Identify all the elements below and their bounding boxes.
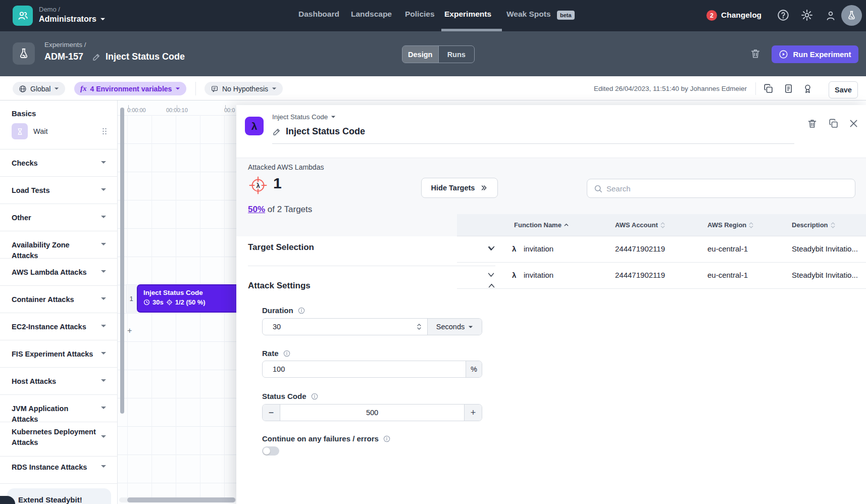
- clock-icon: [143, 299, 150, 306]
- workspace-name[interactable]: Administrators: [39, 15, 106, 24]
- flask-icon: [846, 10, 857, 21]
- chevron-down-icon: [54, 87, 59, 90]
- close-panel-icon[interactable]: [848, 118, 859, 129]
- drag-handle-icon[interactable]: [99, 126, 110, 136]
- tab-runs[interactable]: Runs: [438, 46, 475, 63]
- sidebar-section-host-attacks[interactable]: Host Attacks: [12, 376, 96, 387]
- sort-icon: [660, 222, 666, 229]
- target-row[interactable]: λ invitation 244471902119 eu-central-1 S…: [457, 263, 866, 289]
- account-avatar[interactable]: [841, 5, 862, 26]
- rate-input[interactable]: [263, 361, 466, 377]
- duplicate-icon[interactable]: [763, 83, 774, 94]
- attack-name-input[interactable]: Inject Status Code: [286, 126, 365, 137]
- target-search: [587, 179, 855, 198]
- rate-label: Rate: [262, 349, 291, 358]
- target-row[interactable]: λ invitation 244471902119 eu-central-1 S…: [457, 236, 866, 263]
- row-expander-icon[interactable]: [487, 272, 495, 278]
- status-code-value[interactable]: 500: [280, 405, 465, 421]
- chevron-down-icon: [100, 242, 107, 246]
- nav-dashboard[interactable]: Dashboard: [298, 10, 339, 19]
- search-input[interactable]: [606, 179, 849, 197]
- environment-variables-button[interactable]: fx 4 Environment variables: [74, 82, 186, 95]
- rate-unit: %: [466, 361, 482, 377]
- tab-design[interactable]: Design: [402, 46, 438, 63]
- sort-icon: [748, 222, 754, 229]
- increment-button[interactable]: +: [465, 405, 482, 421]
- duplicate-step-icon[interactable]: [828, 118, 839, 129]
- cell-description: Steadybit Invitatio...: [792, 244, 858, 253]
- changelog-link[interactable]: Changelog: [721, 11, 761, 20]
- number-stepper-icon[interactable]: [416, 319, 427, 335]
- target-count: 1: [273, 175, 282, 192]
- sidebar-section-other[interactable]: Other: [12, 213, 96, 223]
- save-button[interactable]: Save: [829, 81, 858, 98]
- workspace-switcher[interactable]: [13, 6, 33, 26]
- sidebar-section-fis-experiment-attacks[interactable]: FIS Experiment Attacks: [12, 349, 96, 360]
- hypothesis-button[interactable]: No Hypothesis: [205, 82, 283, 95]
- divider: [0, 204, 118, 204]
- settings-gear-icon[interactable]: [800, 9, 813, 22]
- sidebar-section-ec2-instance-attacks[interactable]: EC2-Instance Attacks: [12, 322, 96, 332]
- nav-landscape[interactable]: Landscape: [351, 10, 392, 19]
- duration-input[interactable]: [263, 319, 416, 335]
- percent-link[interactable]: 50%: [248, 205, 265, 214]
- chevron-down-icon: [100, 160, 107, 165]
- info-icon: [297, 307, 305, 315]
- chevron-down-icon: [100, 406, 107, 410]
- divider: [0, 313, 118, 313]
- user-icon[interactable]: [825, 10, 837, 22]
- badge-ribbon-icon[interactable]: [802, 83, 813, 94]
- column-aws-region[interactable]: AWS Region: [707, 221, 754, 229]
- divider: [0, 231, 118, 231]
- status-code-field: − 500 +: [262, 404, 482, 421]
- nav-weak-spots[interactable]: Weak Spots: [506, 10, 551, 19]
- sidebar-section-availability-zone-attacks[interactable]: Availability Zone Attacks: [12, 240, 96, 261]
- sidebar-section-checks[interactable]: Checks: [12, 158, 96, 169]
- decrement-button[interactable]: −: [263, 405, 280, 421]
- sidebar-section-container-attacks[interactable]: Container Attacks: [12, 294, 96, 305]
- duration-unit-select[interactable]: Seconds: [427, 319, 482, 335]
- edit-pencil-icon[interactable]: [92, 53, 101, 62]
- attack-settings-accordion[interactable]: Attack Settings: [248, 281, 311, 291]
- sidebar-section-aws-lambda-attacks[interactable]: AWS Lambda Attacks: [12, 267, 96, 278]
- add-lane-button[interactable]: +: [127, 326, 132, 335]
- chevron-down-icon: [100, 296, 107, 301]
- nav-experiments[interactable]: Experiments: [444, 10, 491, 19]
- environment-select[interactable]: Global: [13, 82, 65, 95]
- experiment-key: ADM-157: [44, 52, 83, 62]
- target-selection-accordion[interactable]: Target Selection: [248, 242, 314, 253]
- timeline-vertical-scrollbar[interactable]: [120, 108, 124, 414]
- info-icon: [311, 392, 319, 400]
- column-function-name[interactable]: Function Name: [514, 221, 569, 229]
- hide-targets-button[interactable]: Hide Targets: [421, 178, 498, 198]
- sidebar-section-kubernetes-deployment-attacks[interactable]: Kubernetes Deployment Attacks: [12, 427, 96, 448]
- workspace-label: Demo /: [39, 6, 60, 13]
- attack-type-select[interactable]: Inject Status Code: [272, 113, 336, 121]
- sidebar-section-load-tests[interactable]: Load Tests: [12, 185, 96, 196]
- edit-pencil-icon[interactable]: [272, 127, 281, 136]
- breadcrumb[interactable]: Experiments /: [44, 41, 86, 48]
- timeline-attack-block[interactable]: Inject Status Code 30s 1/2 (50 %): [137, 284, 241, 313]
- column-description[interactable]: Description: [792, 221, 836, 229]
- chevron-down-icon: [100, 17, 106, 21]
- continue-on-failure-toggle[interactable]: [262, 446, 279, 456]
- extend-steadybit-card[interactable]: Extend Steadybit!: [7, 488, 111, 504]
- timeline-horizontal-scrollbar[interactable]: [127, 497, 235, 502]
- sidebar-section-jvm-application-attacks[interactable]: JVM Application Attacks: [12, 404, 96, 425]
- ruler-label: 0:00:00: [127, 107, 146, 113]
- delete-experiment-icon[interactable]: [750, 48, 761, 59]
- sidebar-section-rds-instance-attacks[interactable]: RDS Instance Attacks: [12, 462, 96, 473]
- column-aws-account[interactable]: AWS Account: [615, 221, 666, 229]
- help-icon[interactable]: [777, 9, 790, 22]
- report-document-icon[interactable]: [783, 83, 794, 94]
- chevron-down-icon[interactable]: [488, 245, 495, 251]
- run-experiment-button[interactable]: Run Experiment: [772, 45, 858, 63]
- chevron-up-icon[interactable]: [488, 283, 495, 288]
- nav-policies[interactable]: Policies: [405, 10, 435, 19]
- top-navigation: Demo / Administrators Dashboard Landscap…: [0, 0, 866, 31]
- search-icon: [593, 184, 603, 193]
- experiment-toolbar: Global fx 4 Environment variables No Hyp…: [0, 76, 866, 100]
- experiment-title[interactable]: Inject Status Code: [106, 52, 185, 62]
- delete-step-icon[interactable]: [807, 118, 818, 129]
- lambda-icon: λ: [512, 244, 516, 253]
